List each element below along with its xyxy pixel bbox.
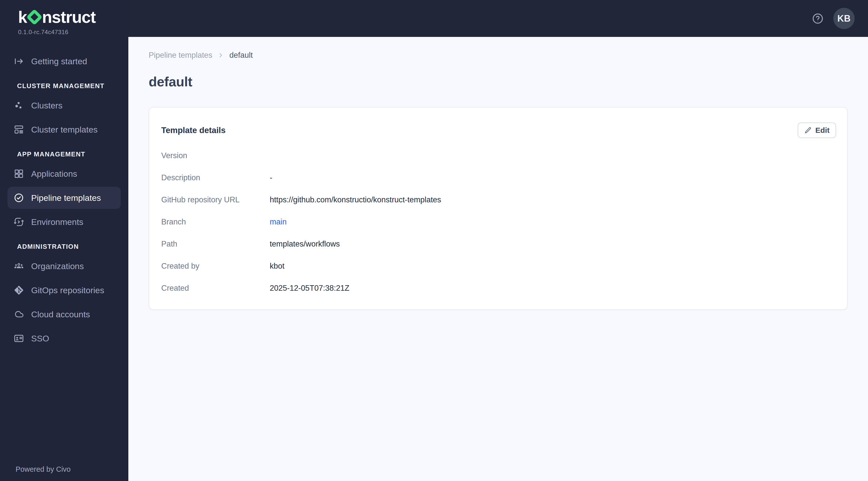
- breadcrumb: Pipeline templates default: [149, 51, 848, 60]
- chevron-right-icon: [217, 52, 224, 59]
- code-sync-icon: [13, 217, 24, 227]
- scatter-dots-icon: [13, 100, 24, 111]
- user-avatar[interactable]: KB: [833, 8, 855, 29]
- breadcrumb-pipeline-templates[interactable]: Pipeline templates: [149, 51, 212, 60]
- sidebar-item-label: Cloud accounts: [31, 310, 90, 319]
- field-label: Created by: [161, 262, 270, 270]
- sidebar-item-label: Organizations: [31, 261, 84, 271]
- sidebar-item-label: GitOps repositories: [31, 285, 104, 295]
- app-root: k nstruct 0.1.0-rc.74c47316 Getting star…: [0, 0, 868, 481]
- sidebar-item-label: Applications: [31, 169, 77, 179]
- logo-text-prefix: k: [18, 7, 27, 27]
- edit-button-label: Edit: [815, 126, 830, 134]
- field-row-description: Description -: [161, 167, 836, 189]
- sidebar-item-label: Cluster templates: [31, 125, 98, 134]
- field-row-github-repository-url: GitHub repository URL https://github.com…: [161, 189, 836, 211]
- field-row-created: Created 2025-12-05T07:38:21Z: [161, 277, 836, 299]
- arrow-right-from-line-icon: [13, 56, 24, 67]
- field-value: 2025-12-05T07:38:21Z: [270, 284, 349, 293]
- sidebar-item-gitops-repositories[interactable]: GitOps repositories: [7, 279, 121, 301]
- logo-diamond-icon: [26, 9, 43, 25]
- sidebar-item-cloud-accounts[interactable]: Cloud accounts: [7, 303, 121, 325]
- layout-list-icon: [13, 124, 24, 135]
- field-row-branch: Branch main: [161, 211, 836, 233]
- git-icon: [13, 285, 24, 295]
- app-version: 0.1.0-rc.74c47316: [18, 29, 128, 36]
- sidebar-item-label: Getting started: [31, 57, 87, 66]
- field-value: -: [270, 173, 272, 182]
- sidebar-item-label: Clusters: [31, 101, 63, 110]
- id-card-icon: [13, 333, 24, 344]
- sidebar-section-administration: ADMINISTRATION: [7, 241, 121, 253]
- field-value: kbot: [270, 262, 285, 270]
- main-area: KB Pipeline templates default default Te…: [128, 0, 868, 481]
- field-label: GitHub repository URL: [161, 195, 270, 204]
- sidebar-item-organizations[interactable]: Organizations: [7, 255, 121, 277]
- field-row-version: Version: [161, 145, 836, 167]
- sidebar-item-clusters[interactable]: Clusters: [7, 94, 121, 117]
- page-title: default: [149, 74, 848, 89]
- topbar: KB: [128, 0, 868, 37]
- page-content: Pipeline templates default default Templ…: [128, 37, 868, 481]
- sidebar-section-cluster-management: CLUSTER MANAGEMENT: [7, 80, 121, 92]
- field-label: Branch: [161, 217, 270, 226]
- sidebar-item-pipeline-templates[interactable]: Pipeline templates: [7, 187, 121, 209]
- people-group-icon: [13, 261, 24, 271]
- sidebar-item-environments[interactable]: Environments: [7, 211, 121, 233]
- sidebar-item-cluster-templates[interactable]: Cluster templates: [7, 119, 121, 140]
- card-header: Template details Edit: [161, 123, 836, 138]
- card-title: Template details: [161, 126, 225, 135]
- template-details-card: Template details Edit Version Descriptio…: [149, 107, 848, 310]
- field-label: Path: [161, 239, 270, 249]
- field-label: Description: [161, 173, 270, 182]
- field-label: Created: [161, 284, 270, 293]
- powered-by-label: Powered by Civo: [0, 465, 128, 481]
- sidebar-item-sso[interactable]: SSO: [7, 327, 121, 349]
- sidebar-section-app-management: APP MANAGEMENT: [7, 148, 121, 160]
- field-label: Version: [161, 151, 270, 160]
- sidebar-nav: Getting started CLUSTER MANAGEMENT Clust…: [0, 50, 128, 351]
- pencil-icon: [804, 127, 812, 134]
- field-row-path: Path templates/workflows: [161, 233, 836, 255]
- sidebar: k nstruct 0.1.0-rc.74c47316 Getting star…: [0, 0, 128, 481]
- sidebar-item-label: SSO: [31, 334, 49, 344]
- help-button[interactable]: [812, 12, 824, 25]
- field-value: templates/workflows: [270, 239, 340, 249]
- help-circle-icon: [812, 12, 824, 25]
- grid-icon: [13, 168, 24, 179]
- logo-text-suffix: nstruct: [42, 7, 95, 27]
- sidebar-item-applications[interactable]: Applications: [7, 163, 121, 185]
- field-row-created-by: Created by kbot: [161, 255, 836, 277]
- logo-block: k nstruct 0.1.0-rc.74c47316: [0, 0, 128, 36]
- sidebar-item-label: Pipeline templates: [31, 193, 101, 203]
- breadcrumb-current: default: [229, 51, 253, 60]
- sidebar-item-label: Environments: [31, 217, 83, 227]
- branch-link[interactable]: main: [270, 217, 286, 226]
- field-value: https://github.com/konstructio/konstruct…: [270, 195, 441, 204]
- app-logo: k nstruct: [18, 7, 128, 27]
- check-circle-icon: [13, 193, 24, 203]
- sidebar-item-getting-started[interactable]: Getting started: [7, 50, 121, 72]
- field-list: Version Description - GitHub repository …: [161, 145, 836, 299]
- edit-button[interactable]: Edit: [798, 123, 836, 138]
- cloud-icon: [13, 309, 24, 320]
